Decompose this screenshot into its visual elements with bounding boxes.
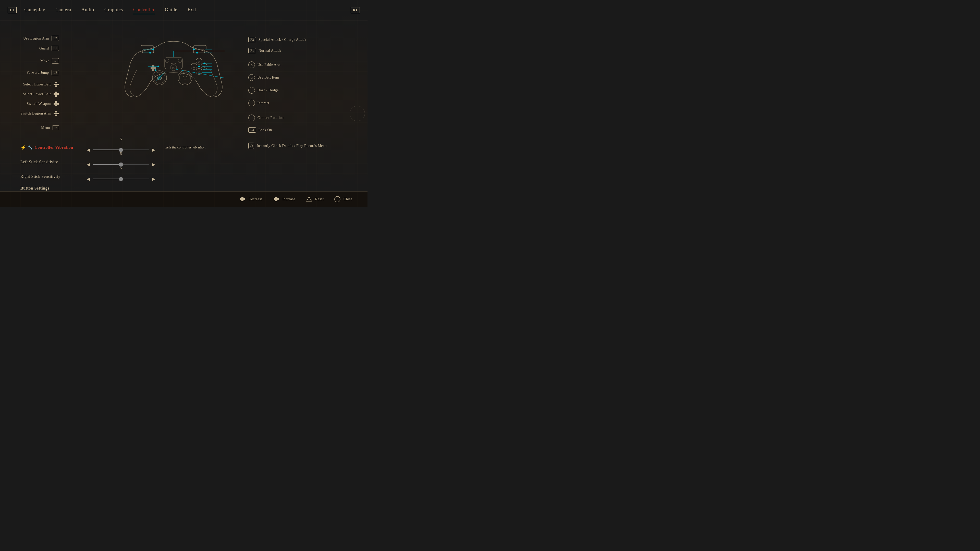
nav-item-camera[interactable]: Camera [56, 7, 71, 13]
svg-rect-19 [56, 113, 57, 114]
increase-icon [273, 196, 280, 203]
label-move: Move L [21, 58, 59, 64]
dpad-weapon-icon [53, 101, 59, 106]
dash-dodge-text: Dash / Dodge [258, 88, 279, 92]
svg-rect-83 [275, 198, 277, 200]
right-stick-decrease-arrow[interactable]: ◀ [87, 176, 90, 181]
svg-rect-11 [56, 105, 57, 106]
controller-image: △ □ ○ ✕ PS [123, 30, 224, 108]
svg-rect-2 [54, 84, 55, 85]
decrease-action[interactable]: Decrease [239, 196, 262, 203]
right-stick-increase-arrow[interactable]: ▶ [152, 176, 155, 181]
svg-rect-18 [57, 113, 59, 114]
label-interact: ✕ Interact [248, 100, 327, 106]
l2-badge: L2 [52, 36, 59, 41]
svg-point-49 [175, 63, 176, 64]
svg-point-46 [171, 63, 172, 64]
svg-rect-16 [56, 114, 57, 116]
right-stick-track [93, 179, 149, 179]
controller-vibration-slider[interactable]: 5 ◀ ▶ [87, 142, 155, 152]
svg-point-57 [196, 52, 198, 54]
nav-item-guide[interactable]: Guide [165, 7, 177, 13]
close-icon [334, 196, 341, 203]
controller-diagram: Use Legion Arm L2 Guard L1 Move L Forwar… [0, 25, 347, 138]
right-stick-label: Right Stick Sensitivity [21, 174, 60, 179]
close-action[interactable]: Close [334, 196, 352, 203]
switch-weapon-text: Switch Weapon [27, 102, 51, 106]
left-stick-slider[interactable]: 5 ◀ ▶ [87, 157, 155, 167]
left-stick-track [93, 164, 149, 165]
l3-badge: L3 [52, 70, 59, 75]
svg-rect-78 [242, 198, 243, 200]
controller-area: Use Legion Arm L2 Guard L1 Move L Forwar… [0, 21, 347, 206]
vibration-increase-arrow[interactable]: ▶ [152, 148, 155, 152]
right-stick-fill [93, 179, 121, 179]
left-stick-thumb[interactable] [119, 162, 123, 167]
svg-rect-6 [56, 95, 57, 97]
right-stick-thumb[interactable] [119, 177, 123, 181]
nav-item-audio[interactable]: Audio [81, 7, 94, 13]
svg-rect-13 [57, 103, 59, 105]
svg-rect-32 [151, 67, 153, 69]
nav-r1-bracket[interactable]: R1 [351, 7, 360, 13]
l1-badge: L1 [52, 46, 59, 51]
select-lower-belt-text: Select Lower Belt [23, 92, 51, 96]
nav-item-graphics[interactable]: Graphics [104, 7, 123, 13]
svg-rect-76 [240, 198, 242, 200]
reset-action[interactable]: Reset [305, 196, 324, 203]
left-stick-label: Left Stick Sensitivity [21, 160, 58, 164]
labels-right: R2 Special Attack / Charge Attack R1 Nor… [248, 25, 327, 138]
svg-rect-30 [152, 65, 154, 67]
dpad-lower-icon [53, 91, 59, 97]
svg-rect-8 [57, 94, 59, 95]
nav-item-controller[interactable]: Controller [133, 7, 155, 13]
svg-rect-22 [142, 50, 154, 53]
reset-label: Reset [315, 197, 324, 201]
interact-text: Interact [258, 101, 269, 105]
label-normal-attack: R1 Normal Attack [248, 48, 327, 53]
svg-rect-5 [56, 92, 57, 93]
increase-label: Increase [283, 197, 295, 201]
use-fable-arts-text: Use Fable Arts [258, 63, 280, 67]
right-stick-slider[interactable]: 5 ◀ ▶ [87, 171, 155, 181]
button-settings-title: Button Settings [21, 186, 49, 191]
vibration-decrease-arrow[interactable]: ◀ [87, 148, 90, 152]
normal-attack-text: Normal Attack [259, 49, 281, 53]
use-legion-arm-text: Use Legion Arm [23, 37, 49, 41]
left-stick-increase-arrow[interactable]: ▶ [152, 162, 155, 167]
svg-rect-77 [243, 198, 245, 200]
svg-text:○: ○ [203, 65, 205, 68]
svg-point-50 [165, 59, 169, 62]
lock-on-text: Lock On [259, 128, 272, 132]
svg-point-48 [174, 63, 175, 64]
vibration-thumb[interactable] [119, 148, 123, 152]
r1-badge: R1 [248, 48, 256, 53]
r3-badge: R3 [248, 127, 256, 133]
controller-vibration-label: Controller Vibration [28, 145, 84, 150]
svg-point-47 [172, 63, 173, 64]
vibration-description: Sets the controller vibration. [165, 145, 206, 149]
forward-jump-text: Forward Jump [27, 71, 49, 75]
reset-icon [305, 196, 313, 203]
svg-rect-9 [56, 94, 57, 95]
nav-item-exit[interactable]: Exit [188, 7, 196, 13]
svg-rect-1 [56, 86, 57, 87]
vibration-track [93, 149, 149, 150]
label-use-legion-arm: Use Legion Arm L2 [21, 36, 59, 41]
nav-right: R1 [351, 7, 360, 13]
nav-l1-bracket[interactable]: L1 [8, 7, 17, 13]
svg-point-29 [183, 76, 187, 80]
label-use-belt-item: □ Use Belt Item [248, 74, 327, 81]
left-stick-decrease-arrow[interactable]: ◀ [87, 162, 90, 167]
close-label: Close [344, 197, 352, 201]
svg-point-56 [193, 48, 195, 50]
label-lock-on: R3 Lock On [248, 127, 327, 133]
label-special-attack: R2 Special Attack / Charge Attack [248, 37, 327, 42]
nav-item-gameplay[interactable]: Gameplay [24, 7, 45, 13]
right-stick-sensitivity-row: Right Stick Sensitivity 5 ◀ ▶ [21, 171, 327, 181]
increase-action[interactable]: Increase [273, 196, 295, 203]
right-stick-value: 5 [120, 166, 122, 170]
svg-rect-7 [54, 94, 55, 95]
main-content: Use Legion Arm L2 Guard L1 Move L Forwar… [0, 21, 368, 206]
labels-left: Use Legion Arm L2 Guard L1 Move L Forwar… [21, 25, 59, 138]
